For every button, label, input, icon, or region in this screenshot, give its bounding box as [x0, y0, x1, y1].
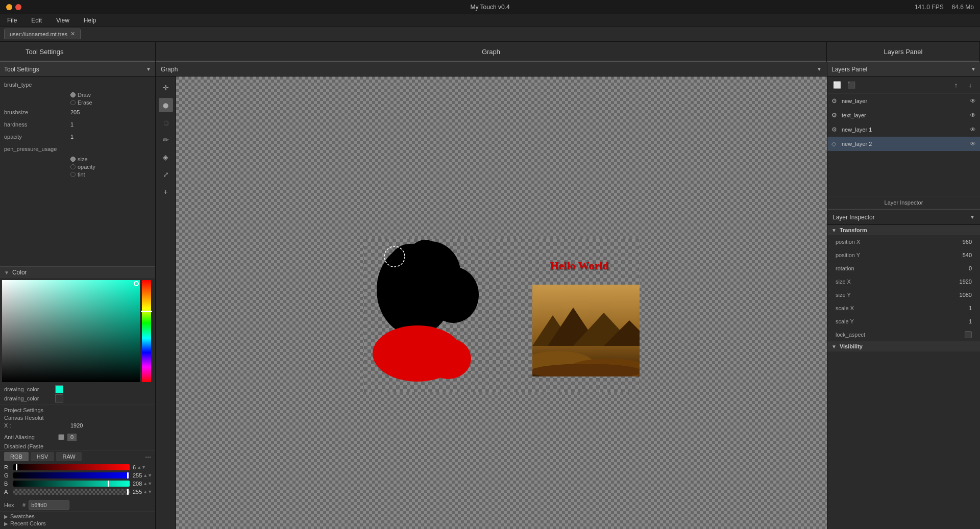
layer-eye-2[interactable]: 👁: [970, 112, 976, 119]
layer-item-text-layer[interactable]: ⚙ text_layer 👁: [827, 108, 980, 122]
r-spinner[interactable]: ▲▼: [137, 465, 146, 470]
layer-gear-icon-3: ⚙: [831, 126, 839, 133]
select-tool-button[interactable]: ⬚: [159, 115, 173, 130]
a-slider-track[interactable]: [13, 489, 130, 495]
lock-aspect-checkbox[interactable]: [965, 331, 972, 338]
draw-radio[interactable]: [70, 92, 76, 97]
traffic-lights: [6, 4, 21, 10]
title-bar: My Touch v0.4 141.0 FPS 64.6 Mb: [0, 0, 980, 14]
g-spinner[interactable]: ▲▼: [143, 473, 152, 478]
size-y-row: size Y 1080: [827, 288, 980, 301]
draw-option[interactable]: Draw: [4, 92, 151, 98]
tint-option[interactable]: tint: [4, 171, 151, 178]
panel-header-graph: Graph: [156, 42, 827, 62]
delete-layer-button[interactable]: ⬛: [846, 80, 857, 91]
menu-view[interactable]: View: [53, 16, 72, 25]
hsv-tab[interactable]: HSV: [31, 452, 55, 461]
layer-item-new-layer[interactable]: ⚙ new_layer 👁: [827, 94, 980, 108]
menu-help[interactable]: Help: [81, 16, 100, 25]
position-y-label: position Y: [836, 252, 941, 258]
layers-title: Layers Panel: [831, 66, 867, 73]
swatches-label[interactable]: Swatches: [10, 513, 35, 519]
size-y-value: 1080: [941, 292, 972, 298]
tab-unnamed[interactable]: user://unnamed.mt.tres ✕: [4, 29, 81, 39]
a-spinner[interactable]: ▲▼: [143, 489, 152, 494]
x-label: X :: [4, 422, 70, 429]
brush-icon: ⬤: [163, 103, 168, 108]
layer-diamond-icon: ◇: [831, 140, 839, 147]
recent-arrow[interactable]: ▶: [4, 521, 8, 526]
recent-colors-label[interactable]: Recent Colors: [10, 520, 46, 526]
g-slider-track[interactable]: [13, 472, 130, 478]
layers-dropdown[interactable]: ▼: [971, 66, 976, 72]
app-title: My Touch v0.4: [470, 4, 509, 11]
drawing-color-swatch-1[interactable]: [55, 385, 63, 393]
move-down-icon: ↓: [969, 81, 972, 89]
move-layer-up-button[interactable]: ↑: [950, 80, 962, 91]
layer-item-new-layer-2[interactable]: ◇ new_layer 2 👁: [827, 137, 980, 151]
swatches-section: ▶ Swatches ▶ Recent Colors: [0, 511, 155, 529]
brush-cursor: [382, 244, 407, 269]
inspector-dropdown[interactable]: ▼: [970, 214, 975, 220]
layer-eye-1[interactable]: 👁: [970, 97, 976, 105]
color-mode-tabs: RGB HSV RAW ···: [0, 450, 155, 462]
color-gradient-container[interactable]: [2, 280, 153, 382]
size-option[interactable]: size: [4, 156, 151, 162]
erase-label: Erase: [78, 99, 92, 106]
memory-display: 64.6 Mb: [952, 4, 974, 11]
close-button[interactable]: [15, 4, 21, 10]
g-slider-label: G: [4, 472, 10, 478]
graph-dropdown[interactable]: ▼: [817, 66, 822, 72]
add-tool-button[interactable]: +: [159, 185, 173, 199]
color-gradient[interactable]: [2, 280, 140, 382]
erase-option[interactable]: Erase: [4, 99, 151, 106]
tab-close-button[interactable]: ✕: [70, 31, 75, 37]
layer-eye-4[interactable]: 👁: [970, 140, 976, 147]
new-layer-button[interactable]: ⬜: [831, 80, 843, 91]
drawing-color-swatch-2[interactable]: [55, 394, 63, 402]
erase-radio[interactable]: [70, 100, 76, 105]
canvas-res-row: Canvas Resolut: [4, 415, 151, 421]
pencil-tool-button[interactable]: ✏: [159, 133, 173, 147]
tool-settings-header-label: Tool Settings: [26, 48, 63, 56]
tint-radio[interactable]: [70, 172, 76, 177]
r-slider-track[interactable]: [13, 464, 130, 470]
opacity-radio[interactable]: [70, 164, 76, 169]
visibility-section-header[interactable]: ▼ Visibility: [827, 341, 980, 351]
hue-slider[interactable]: [142, 280, 151, 382]
move-tool-button[interactable]: ✛: [159, 81, 173, 95]
transform-tool-button[interactable]: ⤢: [159, 167, 173, 182]
swatches-arrow[interactable]: ▶: [4, 514, 8, 519]
graph-content: ✛ ⬤ ⬚ ✏ ◈ ⤢ +: [156, 77, 827, 529]
rotation-value: 0: [941, 265, 972, 271]
gradient-cursor: [134, 281, 139, 286]
size-radio[interactable]: [70, 157, 76, 162]
b-spinner[interactable]: ▲▼: [143, 481, 152, 486]
layer-item-new-layer-1[interactable]: ⚙ new_layer 1 👁: [827, 122, 980, 137]
canvas-area[interactable]: Hello World: [176, 77, 827, 529]
color-section-header[interactable]: ▼ Color: [0, 267, 155, 278]
panel-header-layers: Layers Panel: [827, 42, 980, 62]
tool-settings-dropdown[interactable]: ▼: [146, 66, 151, 72]
rgb-tab[interactable]: RGB: [4, 452, 29, 461]
move-layer-down-button[interactable]: ↓: [965, 80, 976, 91]
drawing-colors: drawing_color drawing_color: [0, 384, 155, 405]
color-mode-more[interactable]: ···: [145, 452, 151, 461]
hex-input[interactable]: [29, 500, 69, 510]
x-value: 1920: [70, 422, 83, 429]
opacity-option[interactable]: opacity: [4, 164, 151, 170]
canvas-res-label: Canvas Resolut: [4, 415, 70, 421]
layer-eye-3[interactable]: 👁: [970, 126, 976, 133]
new-layer-icon: ⬜: [833, 81, 841, 89]
graph-toolbar: ✛ ⬤ ⬚ ✏ ◈ ⤢ +: [156, 77, 176, 529]
drawing-color-row-1: drawing_color: [4, 385, 151, 393]
raw-tab[interactable]: RAW: [56, 452, 81, 461]
minimize-button[interactable]: [6, 4, 12, 10]
b-slider-track[interactable]: [13, 481, 130, 487]
color-pick-tool-button[interactable]: ◈: [159, 150, 173, 164]
transform-section-header[interactable]: ▼ Transform: [827, 225, 980, 235]
inspector-title: Layer Inspector: [832, 214, 875, 221]
menu-edit[interactable]: Edit: [28, 16, 45, 25]
brush-tool-button[interactable]: ⬤: [159, 98, 173, 112]
menu-file[interactable]: File: [4, 16, 20, 25]
